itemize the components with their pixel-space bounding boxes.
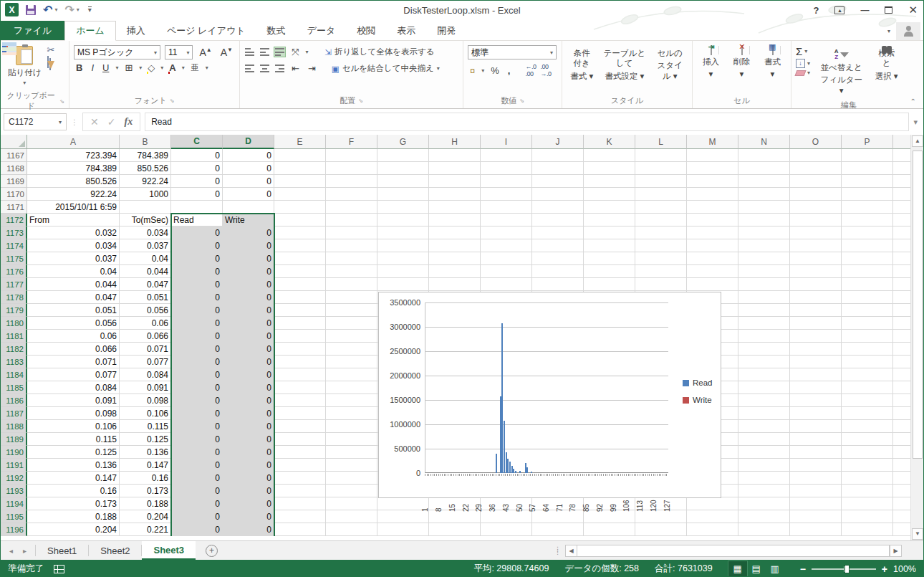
column-header-G[interactable]: G [377,135,429,149]
cell-A1176[interactable]: 0.04 [27,265,120,278]
row-header-1174[interactable]: 1174 [1,239,27,252]
cell-J1174[interactable] [532,239,584,252]
cell-N1196[interactable] [738,523,790,536]
cell-N1179[interactable] [738,304,790,317]
cell-N1193[interactable] [738,485,790,497]
bold-button[interactable]: B [74,62,85,73]
collapse-ribbon-icon[interactable]: ⌃ [910,97,916,105]
cell-B1178[interactable]: 0.051 [120,291,171,304]
cell-O1172[interactable] [790,214,842,226]
cell-D1172[interactable]: Write [223,214,274,226]
row-header-1172[interactable]: 1172 [1,214,27,226]
cell-C1194[interactable]: 0 [171,497,223,510]
cell-A1177[interactable]: 0.044 [27,278,120,291]
format-as-table-button[interactable]: テーブルとして書式設定 ▾ [598,44,650,83]
cell-P1181[interactable] [842,330,893,343]
cell-D1171[interactable] [223,201,274,214]
cell-O1190[interactable] [790,446,842,459]
cell-B1180[interactable]: 0.06 [120,317,171,330]
insert-function-icon[interactable]: fx [124,116,133,128]
align-center-icon[interactable] [259,64,270,73]
cell-F1170[interactable] [326,188,377,201]
cell-B1170[interactable]: 1000 [120,188,171,201]
cell-I1170[interactable] [481,188,532,201]
cell-P1170[interactable] [842,188,893,201]
cell-D1175[interactable]: 0 [223,252,274,265]
cell-G1196[interactable] [377,523,429,536]
cell-F1187[interactable] [326,407,377,420]
cell-P1188[interactable] [842,420,893,433]
cell-E1177[interactable] [274,278,326,291]
cell-P1190[interactable] [842,446,893,459]
page-break-view-icon[interactable]: ▥ [766,561,784,576]
increase-font-icon[interactable]: A▲ [197,47,213,58]
cell-M1176[interactable] [687,265,738,278]
cell-E1179[interactable] [274,304,326,317]
cell-D1176[interactable]: 0 [223,265,274,278]
row-header-1171[interactable]: 1171 [1,201,27,214]
ribbon-tab-表示[interactable]: 表示 [386,21,426,40]
cell-B1187[interactable]: 0.106 [120,407,171,420]
cell-O1191[interactable] [790,459,842,472]
cell-B1191[interactable]: 0.147 [120,459,171,472]
row-header-1179[interactable]: 1179 [1,304,27,317]
cell-G1169[interactable] [377,175,429,188]
cell-F1176[interactable] [326,265,377,278]
comma-icon[interactable]: , [506,65,513,76]
cell-A1189[interactable]: 0.115 [27,433,120,446]
cell-O1186[interactable] [790,394,842,407]
currency-icon[interactable]: ¤ [468,65,477,76]
cell-O1184[interactable] [790,368,842,381]
row-header-1167[interactable]: 1167 [1,149,27,162]
font-name-combo[interactable]: MS Pゴシック▾ [74,45,160,59]
cell-C1169[interactable]: 0 [171,175,223,188]
decrease-indent-icon[interactable]: ⇤ [289,63,302,74]
cell-N1171[interactable] [738,201,790,214]
cell-C1183[interactable]: 0 [171,356,223,368]
cell-P1174[interactable] [842,239,893,252]
cell-P1196[interactable] [842,523,893,536]
cell-D1189[interactable]: 0 [223,433,274,446]
column-header-K[interactable]: K [584,135,635,149]
cell-C1190[interactable]: 0 [171,446,223,459]
cell-D1196[interactable]: 0 [223,523,274,536]
cell-I1177[interactable] [481,278,532,291]
cell-P1171[interactable] [842,201,893,214]
zoom-slider-thumb[interactable] [844,565,850,573]
column-header-P[interactable]: P [842,135,893,149]
macro-record-icon[interactable] [54,565,64,573]
cell-B1192[interactable]: 0.16 [120,472,171,485]
zoom-slider[interactable] [812,568,876,570]
cell-E1174[interactable] [274,239,326,252]
column-header-E[interactable]: E [274,135,326,149]
zoom-out-icon[interactable]: − [800,563,806,575]
font-color-icon[interactable]: A [168,62,177,73]
row-header-1185[interactable]: 1185 [1,381,27,394]
cell-K1177[interactable] [584,278,635,291]
cell-D1180[interactable]: 0 [223,317,274,330]
cell-C1172[interactable]: Read [171,214,223,226]
cell-F1188[interactable] [326,420,377,433]
cell-E1189[interactable] [274,433,326,446]
cell-B1168[interactable]: 850.526 [120,162,171,175]
cell-O1177[interactable] [790,278,842,291]
cell-E1188[interactable] [274,420,326,433]
cell-N1177[interactable] [738,278,790,291]
cell-M1194[interactable] [687,497,738,510]
cell-H1172[interactable] [429,214,481,226]
cell-N1191[interactable] [738,459,790,472]
row-header-1186[interactable]: 1186 [1,394,27,407]
scroll-down-icon[interactable]: ▼ [912,528,923,540]
cell-B1172[interactable]: To(mSec) [120,214,171,226]
cell-F1175[interactable] [326,252,377,265]
cell-O1180[interactable] [790,317,842,330]
cell-C1167[interactable]: 0 [171,149,223,162]
cell-L1169[interactable] [635,175,687,188]
expand-formula-bar-icon[interactable]: ▾ [913,118,920,127]
conditional-formatting-button[interactable]: 条件付き書式 ▾ [565,44,598,83]
find-select-button[interactable]: 検索と選択 ▾ [870,44,903,97]
row-header-1183[interactable]: 1183 [1,356,27,368]
cell-D1190[interactable]: 0 [223,446,274,459]
cell-I1171[interactable] [481,201,532,214]
confirm-entry-icon[interactable]: ✓ [107,116,116,128]
